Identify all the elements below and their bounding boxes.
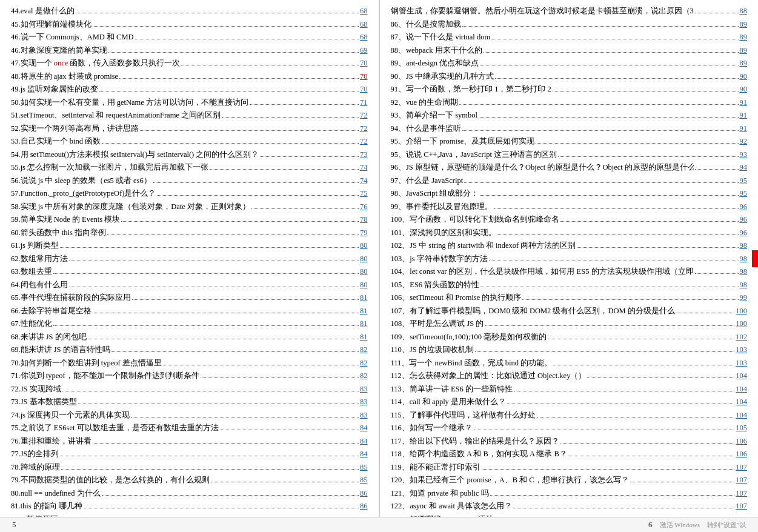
toc-page-num[interactable]: 90	[740, 70, 748, 84]
table-row: 102、JS 中 string 的 startwith 和 indexof 两种…	[391, 239, 748, 253]
toc-page-num[interactable]: 72	[360, 122, 368, 136]
toc-page-num[interactable]: 72	[360, 135, 368, 148]
toc-page-num[interactable]: 80	[360, 265, 368, 279]
toc-page-num[interactable]: 85	[360, 474, 368, 487]
table-row: 109、setTimeout(fn,100);100 毫秒是如何权衡的102	[391, 331, 748, 344]
toc-item-text: 63.数组去重	[11, 265, 52, 279]
toc-dots	[119, 78, 359, 79]
toc-item-text: 71.你说到 typeof，能不能加一个限制条件达到判断条件	[11, 370, 199, 383]
toc-page-num[interactable]: 91	[740, 96, 748, 110]
toc-page-num[interactable]: 68	[360, 5, 368, 18]
toc-page-num[interactable]: 82	[360, 344, 368, 357]
toc-page-num[interactable]: 90	[740, 83, 748, 96]
toc-page-num[interactable]: 79	[360, 227, 368, 240]
toc-page-num[interactable]: 107	[736, 487, 747, 500]
toc-page-num[interactable]: 98	[740, 279, 748, 292]
toc-dots	[480, 65, 738, 65]
toc-page-num[interactable]: 86	[360, 513, 368, 517]
toc-item-text: 118、给两个构造函数 A 和 B，如何实现 A 继承 B？	[391, 448, 567, 461]
toc-page-num[interactable]: 96	[740, 227, 748, 240]
toc-page-num[interactable]: 104	[736, 370, 747, 383]
right-toc-list: 钢管生成，你要躲避钢管。然后小明在玩这个游戏时候老是卡顿甚至崩溃，说出原因（3-…	[391, 5, 748, 517]
toc-page-num[interactable]: 92	[740, 135, 748, 148]
toc-page-num[interactable]: 94	[740, 161, 748, 175]
toc-page-num[interactable]: 81	[360, 331, 368, 344]
toc-page-num[interactable]: 99	[740, 291, 748, 305]
toc-page-num[interactable]: 68	[360, 31, 368, 44]
toc-page-num[interactable]: 83	[360, 409, 368, 422]
toc-page-num[interactable]: 107	[736, 461, 747, 474]
toc-page-num[interactable]: 107	[736, 513, 747, 517]
toc-page-num[interactable]: 86	[360, 487, 368, 500]
toc-page-num[interactable]: 82	[360, 357, 368, 370]
toc-page-num[interactable]: 81	[360, 305, 368, 318]
toc-page-num[interactable]: 100	[736, 318, 747, 331]
toc-page-num[interactable]: 71	[360, 96, 368, 110]
toc-page-num[interactable]: 70	[360, 57, 368, 70]
toc-dots	[93, 443, 359, 444]
toc-page-num[interactable]: 104	[736, 396, 747, 409]
toc-page-num[interactable]: 105	[736, 422, 747, 435]
toc-dots	[462, 26, 739, 27]
toc-page-num[interactable]: 86	[360, 500, 368, 513]
toc-page-num[interactable]: 96	[740, 201, 748, 214]
table-row: 115、了解事件代理吗，这样做有什么好处104	[391, 409, 748, 422]
toc-page-num[interactable]: 98	[740, 253, 748, 266]
toc-page-num[interactable]: 100	[736, 305, 747, 318]
toc-page-num[interactable]: 89	[740, 57, 748, 70]
toc-page-num[interactable]: 70	[360, 83, 368, 96]
toc-page-num[interactable]: 106	[736, 435, 747, 448]
toc-dots	[695, 13, 739, 13]
toc-page-num[interactable]: 103	[736, 344, 747, 357]
table-row: 73.JS 基本数据类型83	[11, 396, 368, 409]
toc-page-num[interactable]: 89	[740, 18, 748, 32]
toc-page-num[interactable]: 84	[360, 435, 368, 448]
toc-page-num[interactable]: 69	[360, 44, 368, 58]
toc-page-num[interactable]: 83	[360, 383, 368, 396]
toc-page-num[interactable]: 104	[736, 383, 747, 396]
toc-page-num[interactable]: 96	[740, 213, 748, 227]
toc-page-num[interactable]: 83	[360, 396, 368, 409]
toc-page-num[interactable]: 72	[360, 109, 368, 122]
toc-page-num[interactable]: 68	[360, 18, 368, 32]
toc-page-num[interactable]: 74	[360, 161, 368, 175]
page-right: 钢管生成，你要躲避钢管。然后小明在玩这个游戏时候老是卡顿甚至崩溃，说出原因（3-…	[380, 0, 759, 517]
toc-page-num[interactable]: 84	[360, 448, 368, 461]
toc-page-num[interactable]: 98	[740, 265, 748, 279]
toc-page-num[interactable]: 107	[736, 500, 747, 513]
toc-item-text: 57.Function._proto_(getPrototypeOf)是什么？	[11, 187, 156, 201]
table-row: 56.说说 js 中 sleep 的效果（es5 或者 es6）74	[11, 175, 368, 188]
toc-page-num[interactable]: 104	[736, 409, 747, 422]
toc-item-text: 49.js 监听对象属性的改变	[11, 83, 98, 96]
toc-page-num[interactable]: 75	[360, 187, 368, 201]
toc-page-num[interactable]: 91	[740, 122, 748, 136]
toc-page-num[interactable]: 95	[740, 187, 748, 201]
toc-page-num[interactable]: 89	[740, 31, 748, 44]
toc-page-num[interactable]: 98	[740, 239, 748, 253]
toc-page-num[interactable]: 85	[360, 461, 368, 474]
toc-item-text: 76.重排和重绘，讲讲看	[11, 435, 91, 448]
toc-page-num[interactable]: 80	[360, 279, 368, 292]
toc-page-num[interactable]: 88	[740, 5, 748, 18]
toc-dots	[201, 377, 359, 378]
toc-page-num[interactable]: 81	[360, 318, 368, 331]
toc-page-num[interactable]: 80	[360, 239, 368, 253]
toc-page-num[interactable]: 84	[360, 422, 368, 435]
table-row: 95、说说 C++,Java，JavaScript 这三种语言的区别93	[391, 148, 748, 162]
toc-page-num[interactable]: 106	[736, 448, 747, 461]
toc-page-num[interactable]: 102	[736, 331, 747, 344]
toc-page-num[interactable]: 76	[360, 201, 368, 214]
toc-page-num[interactable]: 89	[740, 44, 748, 58]
toc-page-num[interactable]: 78	[360, 213, 368, 227]
toc-page-num[interactable]: 81	[360, 291, 368, 305]
toc-page-num[interactable]: 93	[740, 148, 748, 162]
toc-page-num[interactable]: 91	[740, 109, 748, 122]
toc-page-num[interactable]: 82	[360, 370, 368, 383]
toc-page-num[interactable]: 107	[736, 474, 747, 487]
toc-page-num[interactable]: 70	[360, 70, 368, 84]
toc-page-num[interactable]: 95	[740, 175, 748, 188]
toc-page-num[interactable]: 80	[360, 253, 368, 266]
toc-page-num[interactable]: 103	[736, 357, 747, 370]
toc-page-num[interactable]: 74	[360, 175, 368, 188]
toc-page-num[interactable]: 73	[360, 148, 368, 162]
